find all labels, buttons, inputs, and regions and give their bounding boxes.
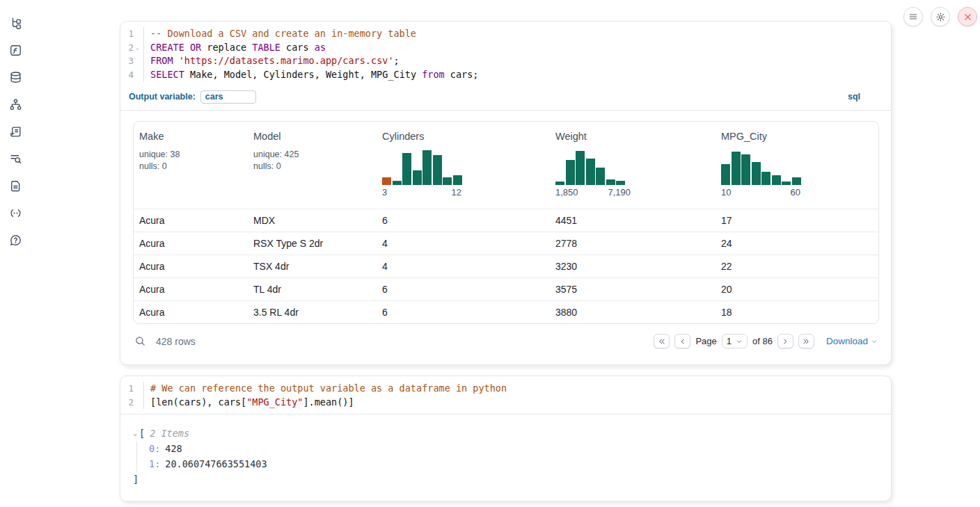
table-row[interactable]: AcuraMDX6445117 (134, 209, 878, 232)
column-header-cylinders[interactable]: Cylinders 3 12 (377, 122, 550, 209)
table-row[interactable]: AcuraTL 4dr6357520 (134, 277, 878, 300)
table-cell: Acura (134, 215, 248, 226)
next-page-button[interactable] (777, 334, 793, 348)
table-cell: 4 (377, 261, 550, 272)
dependency-graph-icon[interactable] (8, 97, 23, 112)
table-row[interactable]: AcuraRSX Type S 2dr4277824 (134, 232, 878, 255)
open-bracket: [ (139, 426, 145, 441)
table-cell: 6 (377, 215, 550, 226)
table-cell: 6 (377, 284, 550, 295)
histogram-bar (402, 153, 411, 185)
settings-button[interactable] (931, 7, 950, 26)
search-list-icon[interactable] (8, 151, 23, 166)
help-circle-icon[interactable] (8, 232, 23, 248)
fold-icon[interactable]: ⌄ (134, 41, 141, 55)
language-label[interactable]: sql (848, 92, 860, 102)
nulls-stat: nulls: 0 (253, 161, 371, 172)
data-table: Make unique: 38 nulls: 0 Model unique: 4… (133, 121, 879, 324)
document-icon[interactable] (8, 178, 23, 193)
scroll-icon[interactable] (8, 124, 23, 139)
histogram-bar (453, 175, 462, 185)
nulls-stat: nulls: 0 (139, 161, 242, 172)
line-number-gutter: 2 (120, 396, 144, 410)
histogram-bar (732, 152, 741, 185)
row-count: 428 rows (156, 336, 196, 347)
unique-stat: unique: 38 (139, 149, 242, 161)
page-select[interactable]: 1 (722, 334, 748, 348)
table-cell: 24 (716, 238, 878, 249)
table-cell: 3880 (550, 307, 716, 318)
column-header-weight[interactable]: Weight 1,850 7,190 (550, 122, 716, 209)
close-icon (963, 13, 972, 22)
search-icon (134, 335, 146, 347)
table-cell: TL 4dr (248, 284, 377, 295)
code-line[interactable]: 1-- Download a CSV and create an in-memo… (120, 27, 891, 41)
histogram-bar (433, 155, 442, 185)
axis-min-label: 1,850 (555, 187, 578, 198)
file-tree-icon[interactable] (8, 15, 23, 31)
histogram-bar (741, 154, 750, 185)
table-cell: 3230 (550, 261, 716, 272)
histogram-bar (596, 168, 605, 185)
code-line[interactable]: 3FROM 'https://datasets.marimo.app/cars.… (120, 54, 891, 68)
table-cell: 20 (716, 284, 878, 295)
histogram-bar (566, 160, 575, 185)
items-count: 2 Items (150, 426, 189, 441)
code-line[interactable]: 1# We can reference the output variable … (120, 382, 891, 396)
code-line[interactable]: 4SELECT Make, Model, Cylinders, Weight, … (120, 68, 891, 82)
histogram-bar (782, 182, 791, 185)
table-cell: 22 (716, 261, 878, 272)
sql-cell: 1-- Download a CSV and create an in-memo… (120, 21, 892, 365)
output-variable-input[interactable] (200, 90, 256, 104)
line-number-gutter: 4 (120, 68, 144, 82)
weight-histogram (555, 150, 625, 185)
previous-page-button[interactable] (674, 334, 690, 348)
histogram-bar (422, 150, 432, 185)
table-cell: TSX 4dr (248, 261, 377, 272)
database-icon[interactable] (8, 70, 23, 85)
code-text: [len(cars), cars["MPG_City"].mean()] (144, 396, 354, 410)
code-line[interactable]: 2⌄CREATE OR replace TABLE cars as (120, 41, 891, 55)
function-square-icon[interactable] (8, 42, 23, 58)
chevron-left-icon (679, 337, 687, 346)
column-header-make[interactable]: Make unique: 38 nulls: 0 (134, 122, 248, 209)
shutdown-button[interactable] (958, 7, 977, 26)
histogram-bar (443, 177, 452, 185)
histogram-bar (382, 177, 391, 185)
axis-max-label: 7,190 (608, 187, 631, 198)
output-variable-label: Output variable: (129, 92, 196, 102)
table-cell: 18 (716, 307, 878, 318)
helper-panel-sidebar (0, 0, 31, 507)
line-number-gutter: 2⌄ (120, 41, 144, 55)
menu-button[interactable] (903, 7, 923, 26)
code-snippet-icon[interactable] (8, 205, 23, 220)
column-header-mpg-city[interactable]: MPG_City 10 60 (716, 122, 878, 209)
table-row[interactable]: Acura3.5 RL 4dr6388018 (134, 300, 878, 323)
histogram-bar (752, 162, 761, 185)
search-button[interactable] (134, 335, 147, 348)
table-cell: MDX (248, 215, 377, 226)
last-page-button[interactable] (798, 334, 814, 348)
axis-max-label: 12 (452, 187, 461, 198)
table-cell: RSX Type S 2dr (248, 238, 377, 249)
tree-entry: 1: 20.060747663551403 (149, 456, 878, 472)
table-footer: 428 rows Page 1 of 86 (133, 330, 879, 353)
page-label: Page (695, 336, 716, 346)
axis-min-label: 10 (721, 187, 731, 198)
code-line[interactable]: 2[len(cars), cars["MPG_City"].mean()] (120, 396, 891, 410)
table-row[interactable]: AcuraTSX 4dr4323022 (134, 255, 878, 277)
collapse-icon[interactable]: ⌄ (133, 426, 137, 441)
histogram-bar (555, 182, 564, 185)
column-header-model[interactable]: Model unique: 425 nulls: 0 (248, 122, 377, 209)
notebook-area: 1-- Download a CSV and create an in-memo… (120, 21, 892, 501)
histogram-bar (576, 151, 585, 185)
notebook-actions (903, 7, 977, 26)
sql-output-area: Make unique: 38 nulls: 0 Model unique: 4… (120, 111, 891, 364)
download-button[interactable]: Download (826, 336, 878, 346)
tree-entry: 0: 428 (149, 441, 878, 456)
table-cell: 2778 (550, 238, 716, 249)
sql-code-editor[interactable]: 1-- Download a CSV and create an in-memo… (120, 22, 891, 87)
first-page-button[interactable] (654, 334, 670, 348)
python-code-editor[interactable]: 1# We can reference the output variable … (120, 376, 891, 414)
axis-max-label: 60 (791, 187, 800, 198)
